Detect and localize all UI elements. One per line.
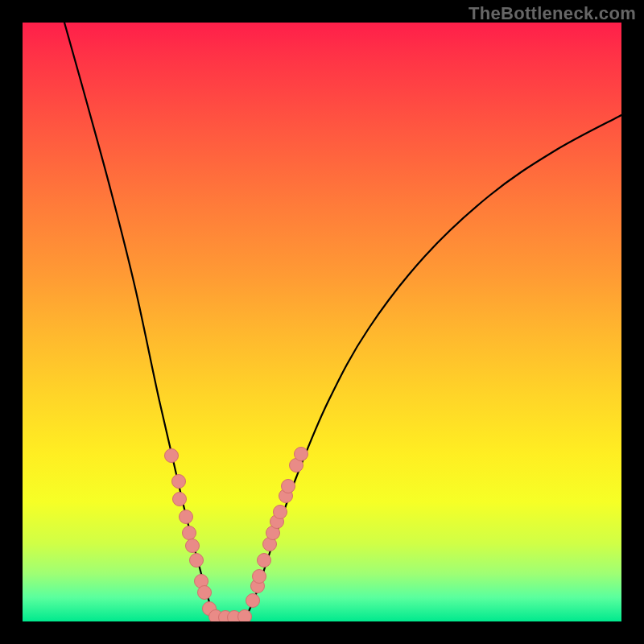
data-point (173, 493, 187, 506)
chart-frame: TheBottleneck.com (0, 0, 644, 644)
data-point (238, 610, 252, 622)
watermark-text: TheBottleneck.com (469, 3, 636, 24)
data-point (172, 475, 186, 489)
data-point (183, 526, 196, 540)
data-point (253, 570, 266, 584)
data-point (258, 554, 271, 568)
data-point (282, 480, 295, 493)
curve-layer (23, 23, 621, 621)
data-point (186, 539, 200, 553)
data-point (274, 506, 287, 519)
dot-group (165, 448, 308, 622)
data-point (165, 449, 179, 463)
curve-bottleneck-curve-right (246, 115, 621, 617)
data-point (198, 586, 212, 600)
data-point (180, 510, 193, 524)
curve-group (64, 23, 621, 617)
data-point (190, 554, 204, 568)
data-point (246, 594, 260, 608)
data-point (295, 448, 308, 461)
plot-area (23, 23, 621, 621)
